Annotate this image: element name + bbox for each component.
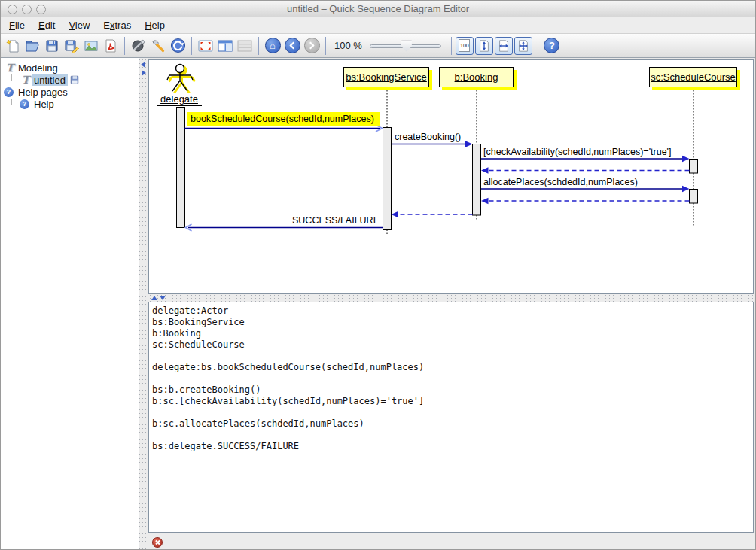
fit-height-button[interactable] (475, 37, 493, 55)
vertical-splitter[interactable] (139, 58, 148, 550)
app-window: untitled – Quick Sequence Diagram Editor… (0, 0, 756, 550)
forward-icon (304, 38, 320, 53)
minimize-window-icon[interactable] (22, 5, 32, 14)
message-label-success-failure[interactable]: SUCCESS/FAILURE (229, 214, 380, 226)
split-view-button[interactable] (215, 36, 235, 56)
help-icon: ? (544, 38, 559, 53)
maximize-window-icon[interactable] (36, 5, 46, 14)
tree-item-untitled[interactable]: T untitled (11, 74, 139, 86)
split-view-icon (217, 38, 233, 53)
tree-item-help-pages[interactable]: ? Help pages (4, 86, 139, 98)
message-label-checkavailability[interactable]: [checkAvailability(schedId,numPlaces)='t… (483, 146, 671, 158)
object-box-booking[interactable]: b:Booking (439, 67, 514, 87)
message-label-allocateplaces[interactable]: allocatePlaces(schdedId,numPlaces) (483, 176, 638, 188)
actor-label[interactable]: delegate (157, 93, 202, 106)
sidebar-tree: T Modeling T untitled ? Help pages ? Hel… (1, 58, 139, 550)
toolbar: ⌂ 100 % 100 ? (1, 34, 755, 58)
collapse-up-icon[interactable] (151, 296, 157, 300)
main-area: T Modeling T untitled ? Help pages ? Hel… (1, 58, 756, 550)
save-icon (44, 38, 59, 53)
help-icon: ? (4, 87, 14, 97)
toolbar-separator (451, 37, 452, 55)
save-as-button[interactable] (62, 36, 81, 56)
open-icon (25, 38, 40, 53)
collapse-left-icon[interactable] (141, 62, 145, 68)
panes-button[interactable] (235, 36, 255, 56)
editor-line: bs:b.createBooking() (152, 384, 753, 396)
menu-file[interactable]: File (2, 18, 32, 32)
fullscreen-button[interactable] (196, 36, 215, 56)
new-document-button[interactable] (3, 36, 23, 56)
editor-line (152, 373, 753, 384)
menu-edit[interactable]: Edit (32, 18, 62, 32)
zoom-slider[interactable] (370, 40, 441, 52)
editor-line: sc:ScheduleCourse (152, 339, 753, 351)
editor-line: b:sc.allocatePlaces(schdedId,numPlaces) (152, 418, 753, 430)
zoom-slider-thumb[interactable] (401, 41, 412, 52)
tree-item-label: Help (32, 99, 56, 110)
source-editor[interactable]: delegate:Actor bs:BookingService b:Booki… (148, 302, 754, 533)
tree-item-modeling[interactable]: T Modeling (4, 62, 139, 74)
fit-page-icon (517, 39, 530, 53)
object-box-bookingservice[interactable]: bs:BookingService (343, 67, 429, 87)
fit-width-icon (497, 39, 511, 53)
editor-line: b:Booking (152, 328, 753, 339)
fit-page-button[interactable] (514, 37, 532, 55)
editor-line: delegate:Actor (152, 305, 753, 317)
close-window-icon[interactable] (8, 5, 17, 14)
export-pdf-icon (103, 38, 118, 53)
diagram-canvas (149, 60, 753, 293)
fit-width-button[interactable] (495, 37, 513, 55)
home-button[interactable]: ⌂ (263, 36, 282, 56)
redo-button[interactable] (168, 36, 187, 56)
message-label-createbooking[interactable]: createBooking() (395, 131, 461, 143)
configure-button[interactable] (148, 36, 168, 56)
help-button[interactable]: ? (542, 36, 562, 56)
zoom-100-icon: 100 (459, 39, 470, 52)
toolbar-separator (258, 37, 259, 55)
menu-help[interactable]: Help (138, 18, 172, 32)
tree-item-label: Help pages (16, 87, 70, 98)
new-document-icon (5, 38, 20, 53)
help-icon: ? (20, 99, 29, 109)
zoom-100-button[interactable]: 100 (456, 37, 474, 55)
tree-item-help[interactable]: ? Help (11, 98, 139, 110)
tree-item-label: Modeling (16, 62, 60, 74)
forward-button[interactable] (302, 36, 322, 56)
lifelines (387, 87, 694, 235)
reload-button[interactable] (129, 36, 148, 56)
export-image-button[interactable] (81, 36, 101, 56)
right-panel: delegate bs:BookingService b:Booking sc:… (148, 58, 756, 550)
editor-line (152, 351, 753, 362)
export-pdf-button[interactable] (101, 36, 120, 56)
model-icon: T (20, 74, 32, 86)
horizontal-splitter[interactable] (148, 294, 754, 302)
redo-icon (170, 38, 186, 53)
open-button[interactable] (23, 36, 42, 56)
menu-extras[interactable]: Extras (96, 18, 138, 32)
message-label-bookscheduledcourse[interactable]: bookScheduledCourse(schedId,numPlaces) (187, 112, 380, 126)
menu-bar: File Edit View Extras Help (1, 17, 755, 34)
editor-line (152, 430, 753, 441)
editor-line: bs:delegate.SUCCESS/FAILURE (152, 441, 753, 452)
tree-item-label: untitled (32, 74, 68, 86)
home-icon: ⌂ (265, 38, 281, 53)
editor-line: delegate:bs.bookScheduledCourse(schedId,… (152, 362, 753, 373)
title-bar: untitled – Quick Sequence Diagram Editor (1, 1, 755, 17)
collapse-down-icon[interactable] (160, 296, 166, 300)
toolbar-separator (124, 37, 125, 55)
object-box-schedulecourse[interactable]: sc:ScheduleCourse (649, 67, 737, 87)
sequence-diagram-panel[interactable]: delegate bs:BookingService b:Booking sc:… (148, 59, 754, 294)
back-button[interactable] (282, 36, 302, 56)
configure-icon (151, 38, 166, 53)
zoom-percent-label: 100 % (334, 40, 362, 51)
editor-line: bs:BookingService (152, 317, 753, 328)
save-as-icon (64, 38, 79, 53)
fullscreen-icon (197, 38, 214, 53)
status-bar (148, 533, 756, 550)
editor-line: b:sc.[checkAvailability(schedId,numPlace… (152, 396, 753, 407)
collapse-right-icon[interactable] (142, 70, 146, 76)
save-button[interactable] (42, 36, 62, 56)
menu-view[interactable]: View (62, 18, 96, 32)
error-icon (152, 537, 163, 548)
